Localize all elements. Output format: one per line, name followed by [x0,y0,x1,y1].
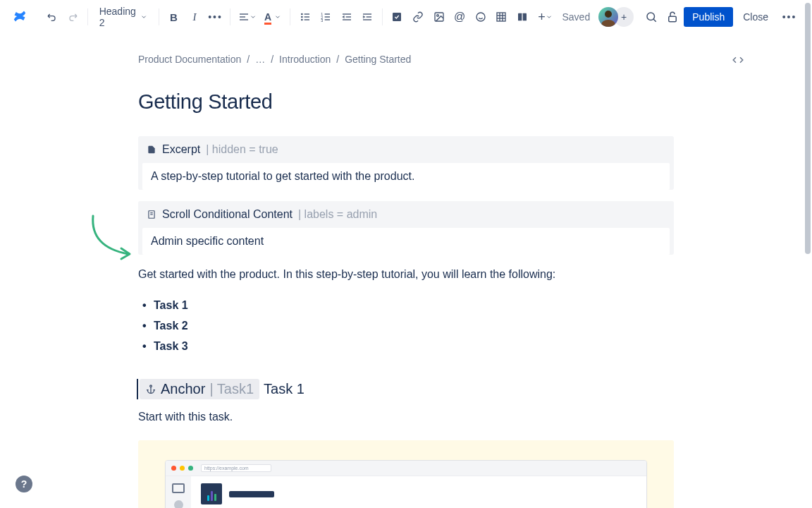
anchor-macro[interactable]: Anchor | Task1 [140,379,259,399]
window-min-dot [180,466,185,471]
svg-rect-13 [325,16,330,17]
mention-button[interactable]: @ [450,6,469,28]
svg-rect-34 [668,16,676,22]
breadcrumb-item[interactable]: Product Documentation [138,54,241,65]
more-formatting-button[interactable]: ••• [207,6,225,28]
mock-url-bar: https://example.com [201,464,271,472]
svg-rect-31 [522,13,526,21]
breadcrumb-item[interactable]: Getting Started [345,54,411,65]
placeholder-image[interactable]: https://example.com [138,440,674,508]
mock-title-bar [229,491,274,497]
scroll-icon [147,210,156,219]
heading-2-row[interactable]: Anchor | Task1 Task 1 [137,379,674,399]
search-button[interactable] [642,6,660,28]
close-button[interactable]: Close [736,7,775,27]
editor-content[interactable]: Product Documentation / … / Introduction… [0,34,812,508]
excerpt-body[interactable]: A step-by-step tutorial to get started w… [142,163,670,190]
italic-button[interactable]: I [185,6,204,28]
svg-text:3: 3 [321,18,323,23]
svg-rect-25 [497,13,505,21]
task1-paragraph[interactable]: Start with this task. [138,411,674,423]
svg-point-24 [476,13,485,21]
redo-button[interactable] [63,6,82,28]
svg-point-38 [150,385,152,387]
insert-button[interactable]: + [534,6,557,28]
saved-status: Saved [562,11,590,23]
chevron-down-icon [140,13,147,21]
help-button[interactable]: ? [16,476,32,492]
macro-name: Scroll Conditional Content [162,208,293,221]
rail-dot [174,500,183,508]
conditional-body[interactable]: Admin specific content [142,228,670,255]
image-button[interactable] [430,6,448,28]
table-button[interactable] [492,6,510,28]
list-item[interactable]: Task 1 [154,296,674,316]
breadcrumb-item[interactable]: Introduction [279,54,331,65]
mock-logo [201,483,222,504]
svg-point-5 [301,19,303,21]
bullet-list-button[interactable] [296,6,314,28]
anchor-param: | Task1 [209,381,254,397]
list-item[interactable]: Task 3 [154,337,674,357]
task-bullet-list[interactable]: Task 1 Task 2 Task 3 [138,296,674,356]
svg-rect-30 [518,13,522,21]
scroll-conditional-macro[interactable]: Scroll Conditional Content | labels = ad… [138,201,674,255]
presence-avatars[interactable]: + [598,7,634,27]
svg-rect-21 [393,13,401,21]
page-icon [147,145,156,155]
macro-params: | hidden = true [206,143,278,156]
outdent-button[interactable] [338,6,356,28]
svg-rect-14 [325,19,330,20]
link-button[interactable] [409,6,427,28]
more-actions-button[interactable]: ••• [778,6,801,28]
layouts-button[interactable] [513,6,531,28]
user-avatar[interactable] [598,7,618,27]
publish-button[interactable]: Publish [684,7,733,27]
page-title[interactable]: Getting Started [138,90,674,114]
restrictions-button[interactable] [663,6,682,28]
svg-line-33 [653,19,656,22]
window-max-dot [188,466,193,471]
bold-button[interactable]: B [165,6,183,28]
annotation-arrow [89,213,138,262]
rail-icon [172,483,185,493]
anchor-icon [145,384,156,395]
confluence-logo-icon[interactable] [11,8,28,27]
svg-point-23 [436,15,438,17]
list-item[interactable]: Task 2 [154,316,674,337]
scrollbar-thumb[interactable] [805,3,811,254]
indent-button[interactable] [358,6,376,28]
editor-toolbar: Heading 2 B I ••• A 123 @ + Saved + Publ… [0,0,812,34]
macro-params: | labels = admin [298,208,377,221]
action-item-button[interactable] [388,6,407,28]
emoji-button[interactable] [472,6,490,28]
text-style-dropdown[interactable]: Heading 2 [94,6,153,28]
intro-paragraph[interactable]: Get started with the product. In this st… [138,266,674,283]
page-width-toggle[interactable] [732,54,744,68]
alignment-button[interactable] [236,6,259,28]
text-color-button[interactable]: A [262,6,284,28]
breadcrumb: Product Documentation / … / Introduction… [138,54,674,65]
numbered-list-button[interactable]: 123 [316,6,335,28]
heading-2-text[interactable]: Task 1 [264,381,304,397]
text-style-label: Heading 2 [99,6,137,28]
macro-name: Excerpt [162,143,200,156]
svg-rect-7 [304,16,309,17]
anchor-label: Anchor [161,381,205,397]
breadcrumb-item[interactable]: … [255,54,265,65]
svg-rect-8 [304,19,309,20]
undo-button[interactable] [43,6,61,28]
svg-rect-6 [304,13,309,14]
svg-rect-12 [325,13,330,14]
svg-point-4 [301,16,303,18]
window-close-dot [171,466,176,471]
svg-point-3 [301,13,303,16]
svg-point-32 [647,13,655,20]
excerpt-macro[interactable]: Excerpt | hidden = true A step-by-step t… [138,136,674,190]
